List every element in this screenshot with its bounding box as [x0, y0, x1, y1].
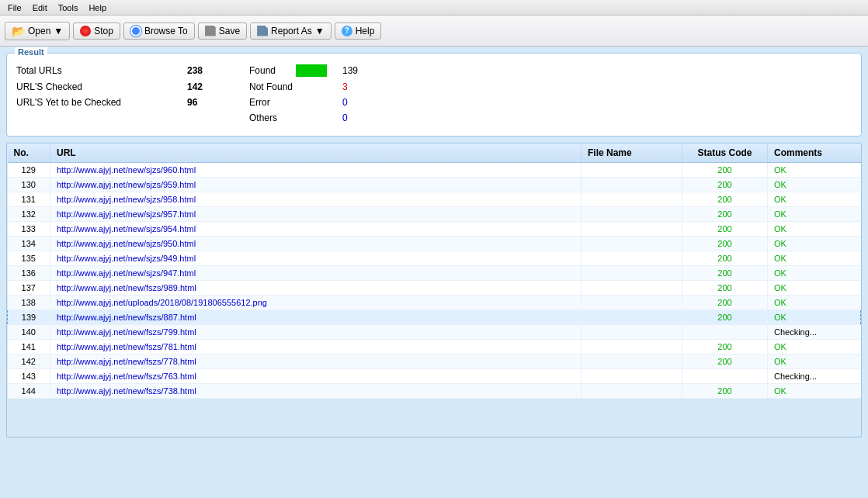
table-row: 137http://www.ajyj.net/new/fszs/989.html…: [8, 281, 861, 296]
cell-no: 132: [8, 207, 50, 222]
menu-tools[interactable]: Tools: [54, 2, 83, 13]
cell-no: 131: [8, 192, 50, 207]
open-icon: 📂: [12, 25, 25, 37]
report-arrow-icon: ▼: [315, 26, 325, 36]
menu-edit[interactable]: Edit: [28, 2, 52, 13]
table-row: 131http://www.ajyj.net/new/sjzs/958.html…: [8, 192, 861, 207]
found-label: Found: [249, 65, 296, 76]
table-row: 142http://www.ajyj.net/new/fszs/778.html…: [8, 354, 861, 369]
cell-no: 140: [8, 325, 50, 340]
cell-status: 200: [682, 237, 768, 251]
report-icon: [257, 26, 268, 36]
cell-url[interactable]: http://www.ajyj.net/new/sjzs/949.html: [50, 251, 582, 266]
cell-filename: [582, 354, 682, 369]
browse-button[interactable]: Browse To: [123, 22, 195, 40]
cell-filename: [582, 237, 682, 251]
help-button[interactable]: ? Help: [335, 22, 382, 40]
save-button[interactable]: Save: [198, 22, 247, 40]
cell-filename: [582, 192, 682, 207]
table-header-row: No. URL File Name Status Code Comments: [8, 144, 861, 163]
menu-help[interactable]: Help: [84, 2, 111, 13]
cell-filename: [582, 251, 682, 266]
cell-no: 141: [8, 340, 50, 354]
cell-url[interactable]: http://www.ajyj.net/uploads/2018/08/1918…: [50, 296, 582, 310]
cell-status: 200: [682, 384, 768, 399]
table-row: 130http://www.ajyj.net/new/sjzs/959.html…: [8, 178, 861, 192]
cell-filename: [582, 281, 682, 296]
cell-filename: [582, 369, 682, 384]
error-count: 0: [342, 97, 404, 108]
cell-filename: [582, 340, 682, 354]
cell-url[interactable]: http://www.ajyj.net/new/sjzs/957.html: [50, 207, 582, 222]
cell-url[interactable]: http://www.ajyj.net/new/fszs/781.html: [50, 340, 582, 354]
cell-url[interactable]: http://www.ajyj.net/new/sjzs/947.html: [50, 266, 582, 281]
stop-icon: [80, 26, 91, 36]
cell-status: 200: [682, 281, 768, 296]
cell-comments: OK: [768, 192, 861, 207]
total-urls-value: 238: [187, 65, 249, 76]
cell-no: 139: [8, 310, 50, 325]
table-row: 139http://www.ajyj.net/new/fszs/887.html…: [8, 310, 861, 325]
urls-yet-value: 96: [187, 97, 249, 108]
cell-url[interactable]: http://www.ajyj.net/new/fszs/799.html: [50, 325, 582, 340]
cell-comments: OK: [768, 222, 861, 237]
cell-url[interactable]: http://www.ajyj.net/new/sjzs/950.html: [50, 237, 582, 251]
cell-no: 144: [8, 384, 50, 399]
report-button[interactable]: Report As ▼: [250, 22, 332, 40]
result-panel: Result Total URLs 238 Found 139 URL'S Ch…: [6, 53, 862, 137]
cell-no: 142: [8, 354, 50, 369]
cell-url[interactable]: http://www.ajyj.net/new/sjzs/954.html: [50, 222, 582, 237]
cell-status: 200: [682, 192, 768, 207]
cell-filename: [582, 178, 682, 192]
cell-no: 134: [8, 237, 50, 251]
cell-comments: Checking...: [768, 369, 861, 384]
cell-url[interactable]: http://www.ajyj.net/new/sjzs/959.html: [50, 178, 582, 192]
open-button[interactable]: 📂 Open ▼: [5, 22, 70, 40]
cell-comments: OK: [768, 237, 861, 251]
not-found-label: Not Found: [249, 81, 296, 92]
table-row: 133http://www.ajyj.net/new/sjzs/954.html…: [8, 222, 861, 237]
cell-no: 135: [8, 251, 50, 266]
table-row: 132http://www.ajyj.net/new/sjzs/957.html…: [8, 207, 861, 222]
cell-filename: [582, 163, 682, 178]
header-comments: Comments: [768, 144, 861, 163]
cell-comments: OK: [768, 384, 861, 399]
menu-file[interactable]: File: [3, 2, 26, 13]
cell-url[interactable]: http://www.ajyj.net/new/fszs/989.html: [50, 281, 582, 296]
cell-status: 200: [682, 222, 768, 237]
header-no: No.: [8, 144, 50, 163]
stop-button[interactable]: Stop: [73, 22, 120, 40]
url-table-container[interactable]: No. URL File Name Status Code Comments 1…: [6, 143, 862, 437]
cell-no: 143: [8, 369, 50, 384]
table-row: 143http://www.ajyj.net/new/fszs/763.html…: [8, 369, 861, 384]
cell-status: [682, 369, 768, 384]
table-body: 129http://www.ajyj.net/new/sjzs/960.html…: [8, 163, 861, 399]
cell-url[interactable]: http://www.ajyj.net/new/sjzs/960.html: [50, 163, 582, 178]
menu-bar: File Edit Tools Help: [0, 0, 868, 16]
save-icon: [205, 26, 216, 36]
error-label: Error: [249, 97, 296, 108]
table-row: 141http://www.ajyj.net/new/fszs/781.html…: [8, 340, 861, 354]
table-row: 129http://www.ajyj.net/new/sjzs/960.html…: [8, 163, 861, 178]
found-count: 139: [342, 65, 404, 76]
help-icon: ?: [342, 26, 352, 36]
table-row: 140http://www.ajyj.net/new/fszs/799.html…: [8, 325, 861, 340]
urls-yet-label: URL'S Yet to be Checked: [16, 97, 187, 108]
cell-no: 136: [8, 266, 50, 281]
cell-comments: OK: [768, 354, 861, 369]
cell-url[interactable]: http://www.ajyj.net/new/sjzs/958.html: [50, 192, 582, 207]
cell-comments: OK: [768, 296, 861, 310]
header-status: Status Code: [682, 144, 768, 163]
cell-no: 137: [8, 281, 50, 296]
cell-url[interactable]: http://www.ajyj.net/new/fszs/763.html: [50, 369, 582, 384]
others-label: Others: [249, 112, 296, 123]
cell-url[interactable]: http://www.ajyj.net/new/fszs/738.html: [50, 384, 582, 399]
cell-comments: OK: [768, 310, 861, 325]
header-url: URL: [50, 144, 582, 163]
cell-url[interactable]: http://www.ajyj.net/new/fszs/887.html: [50, 310, 582, 325]
cell-url[interactable]: http://www.ajyj.net/new/fszs/778.html: [50, 354, 582, 369]
url-table: No. URL File Name Status Code Comments 1…: [7, 144, 861, 399]
result-title: Result: [15, 47, 47, 57]
browse-icon: [130, 26, 141, 36]
cell-comments: Checking...: [768, 325, 861, 340]
